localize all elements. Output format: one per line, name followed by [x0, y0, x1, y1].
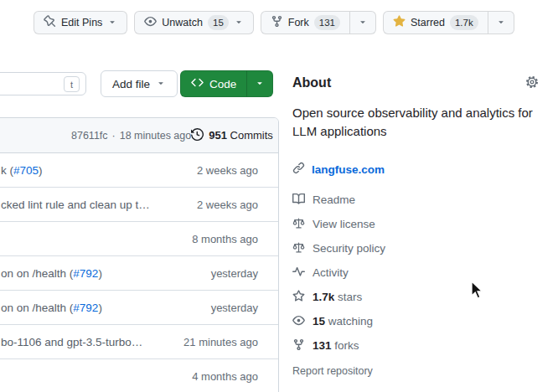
- file-row: 4 months ago: [0, 359, 278, 392]
- report-repository-link[interactable]: Report repository: [292, 365, 373, 377]
- eye-icon: [144, 15, 157, 30]
- security-policy-link[interactable]: Security policy: [292, 236, 540, 260]
- activity-link[interactable]: Activity: [292, 260, 540, 285]
- commit-message-text: on on /health (: [1, 302, 73, 314]
- view-license-label: View license: [313, 218, 375, 230]
- unwatch-button[interactable]: Unwatch 15: [134, 11, 253, 34]
- commit-message[interactable]: on on /health (#792): [1, 267, 102, 280]
- about-heading: About: [292, 75, 331, 90]
- watching-count: 15: [313, 315, 325, 328]
- gear-icon[interactable]: [525, 75, 539, 91]
- file-browser-table: 87611fc · 18 minutes ago 951 Commits k (…: [0, 117, 279, 392]
- chevron-down-icon: [358, 17, 368, 29]
- edit-pins-button[interactable]: Edit Pins: [34, 11, 127, 34]
- watching-label: watching: [325, 315, 373, 328]
- code-button[interactable]: Code: [180, 70, 247, 97]
- github-repo-page: Edit Pins Unwatch 15 Fork 131 Starred 1.: [0, 0, 558, 392]
- commit-date: 21 minutes ago: [183, 336, 258, 348]
- commit-date: yesterday: [211, 267, 258, 280]
- commit-date: 2 weeks ago: [197, 164, 258, 177]
- chevron-down-icon: [255, 78, 265, 90]
- add-file-button[interactable]: Add file: [101, 70, 178, 97]
- stars-count: 1.7k: [313, 291, 334, 303]
- commit-message-text: on on /health (: [1, 267, 73, 280]
- eye-icon: [292, 314, 305, 329]
- edit-pins-label: Edit Pins: [61, 17, 102, 28]
- commit-message[interactable]: cked lint rule and clean up t…: [1, 199, 150, 211]
- commit-time[interactable]: 18 minutes ago: [120, 130, 191, 142]
- commit-message-text: cked lint rule and clean up t…: [1, 199, 150, 211]
- commit-message-text: ): [39, 164, 43, 177]
- code-icon: [191, 76, 204, 91]
- star-icon: [292, 290, 305, 305]
- commit-message-text: k (: [1, 164, 13, 177]
- forks-count-badge: 131: [314, 15, 340, 30]
- code-dropdown-button[interactable]: [247, 70, 273, 97]
- commit-message[interactable]: on on /health (#792): [1, 302, 102, 314]
- pulse-icon: [292, 266, 305, 281]
- commits-label: Commits: [230, 129, 273, 142]
- view-license-link[interactable]: View license: [292, 212, 540, 236]
- file-row: bo-1106 and gpt-3.5-turbo… 21 minutes ag…: [0, 325, 278, 359]
- file-row: on on /health (#792) yesterday: [0, 291, 278, 325]
- readme-label: Readme: [313, 193, 355, 206]
- issue-link[interactable]: #792: [73, 267, 98, 280]
- fork-icon: [292, 338, 305, 353]
- file-row: on on /health (#792) yesterday: [0, 256, 278, 291]
- watchers-count-badge: 15: [208, 15, 229, 30]
- readme-link[interactable]: Readme: [292, 188, 540, 212]
- repo-description: Open source observability and analytics …: [292, 104, 540, 141]
- chevron-down-icon: [107, 17, 117, 29]
- star-filled-icon: [393, 15, 406, 30]
- commit-hash-link[interactable]: 87611fc: [71, 130, 108, 142]
- code-button-group: Code: [180, 70, 273, 97]
- file-row: 8 months ago: [0, 222, 278, 256]
- commit-message[interactable]: k (#705): [1, 164, 43, 177]
- book-icon: [292, 193, 305, 208]
- stars-stat-link[interactable]: 1.7k stars: [292, 285, 540, 309]
- fork-dropdown-button[interactable]: [349, 11, 376, 34]
- stars-label: stars: [334, 291, 362, 303]
- fork-icon: [271, 15, 283, 30]
- commit-message-text: bo-1106 and gpt-3.5-turbo…: [1, 336, 142, 348]
- latest-commit-bar: 87611fc · 18 minutes ago 951 Commits: [0, 118, 278, 153]
- commit-date: 4 months ago: [192, 370, 258, 383]
- commit-date: yesterday: [211, 302, 258, 314]
- dot-separator: ·: [112, 130, 116, 142]
- security-policy-label: Security policy: [313, 242, 385, 255]
- add-file-label: Add file: [112, 78, 150, 90]
- starred-label: Starred: [411, 17, 445, 28]
- chevron-down-icon: [156, 78, 166, 90]
- watching-stat-link[interactable]: 15 watching: [292, 309, 540, 333]
- commit-message-text: ): [98, 267, 102, 280]
- commit-history-link[interactable]: 951 Commits: [191, 128, 273, 143]
- shortcut-hint-badge: t: [64, 76, 80, 92]
- law-icon: [292, 241, 305, 256]
- activity-label: Activity: [313, 266, 349, 279]
- link-icon: [292, 162, 305, 178]
- forks-count: 131: [313, 339, 332, 352]
- issue-link[interactable]: #792: [73, 302, 98, 314]
- unwatch-label: Unwatch: [162, 17, 203, 28]
- chevron-down-icon: [234, 17, 244, 29]
- forks-label: forks: [332, 339, 359, 352]
- forks-stat-link[interactable]: 131 forks: [292, 333, 540, 358]
- starred-button[interactable]: Starred 1.7k: [383, 11, 488, 34]
- website-link[interactable]: langfuse.com: [312, 163, 385, 176]
- fork-button-group: Fork 131: [261, 11, 376, 34]
- file-row: cked lint rule and clean up t… 2 weeks a…: [0, 188, 278, 222]
- star-button-group: Starred 1.7k: [383, 11, 514, 34]
- chevron-down-icon: [496, 17, 506, 29]
- go-to-file-input[interactable]: t: [0, 72, 86, 95]
- repo-action-bar: Edit Pins Unwatch 15 Fork 131 Starred 1.: [34, 11, 514, 34]
- fork-button[interactable]: Fork 131: [261, 11, 350, 34]
- law-icon: [292, 217, 305, 232]
- latest-commit-info: 87611fc · 18 minutes ago: [71, 130, 191, 142]
- pin-icon: [44, 15, 56, 30]
- code-label: Code: [209, 78, 236, 90]
- commit-message[interactable]: bo-1106 and gpt-3.5-turbo…: [1, 336, 142, 348]
- star-dropdown-button[interactable]: [488, 11, 514, 34]
- issue-link[interactable]: #705: [13, 164, 39, 177]
- about-sidebar: About Open source observability and anal…: [292, 70, 540, 392]
- stars-count-badge: 1.7k: [450, 15, 478, 30]
